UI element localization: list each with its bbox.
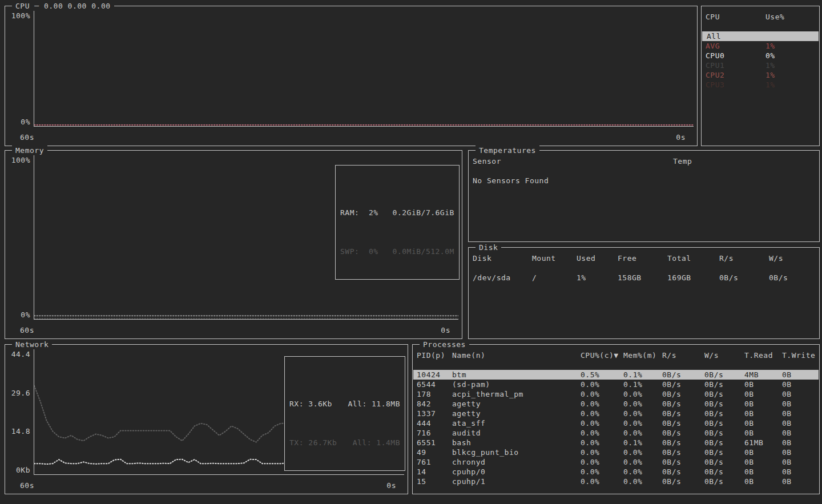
process-cpu-percent: 0.0% (581, 457, 623, 467)
processes-header-pid[interactable]: PID(p) (417, 350, 452, 360)
process-write-rate: 0B/s (704, 477, 744, 486)
disk-header-disk: Disk (473, 253, 532, 263)
process-row[interactable]: 842 agetty 0.0% 0.0% 0B/s 0B/s 0B 0B (413, 399, 819, 409)
process-name: bash (452, 438, 581, 447)
process-cpu-percent: 0.5% (581, 370, 623, 380)
cpu-legend-row[interactable]: CPU3 1% (702, 80, 819, 90)
process-total-write: 0B (782, 389, 819, 399)
disk-panel: Disk Disk Mount Used Free Total R/s W/s … (468, 247, 820, 339)
processes-panel-title: Processes (420, 340, 469, 349)
disk-header-mount: Mount (532, 253, 577, 263)
process-total-write: 0B (782, 428, 819, 438)
process-total-read: 0B (744, 389, 782, 399)
process-total-read: 0B (744, 380, 782, 389)
process-name: chronyd (452, 457, 581, 467)
network-panel: Network RX: 3.6Kb All: 11.8MB TX: 26.7Kb… (5, 344, 408, 494)
process-row[interactable]: 15 cpuhp/1 0.0% 0.0% 0B/s 0B/s 0B 0B (413, 477, 819, 486)
process-row[interactable]: 6551 bash 0.0% 0.1% 0B/s 0B/s 61MB 0B (413, 438, 819, 447)
cpu-legend-row[interactable]: CPU1 1% (702, 61, 819, 70)
disk-header-used: Used (577, 253, 618, 263)
process-write-rate: 0B/s (704, 447, 744, 457)
processes-header-ws[interactable]: W/s (704, 350, 744, 360)
network-x-left: 60s (20, 481, 34, 490)
cpu-legend-header-name: CPU (706, 12, 765, 22)
process-read-rate: 0B/s (662, 399, 704, 409)
cpu-legend-row[interactable]: All (702, 31, 819, 41)
cpu-legend-panel: CPU Use% All AVG 1% CPU0 (701, 6, 820, 146)
processes-header-mem[interactable]: Mem%(m) (623, 350, 662, 360)
process-mem-percent: 0.0% (623, 399, 662, 409)
process-cpu-percent: 0.0% (581, 409, 623, 418)
memory-legend-text: SWP: 0% 0.0MiB/512.0MiB (340, 247, 454, 256)
temperatures-empty-message: No Sensors Found (469, 176, 819, 186)
cpu-load-average: 0.00 0.00 0.00 (44, 2, 111, 10)
memory-x-axis-labels: 60s 0s (9, 320, 458, 335)
memory-x-right: 0s (441, 325, 450, 335)
processes-header-cpu-sort[interactable]: CPU%(c)▼ (581, 350, 623, 360)
process-pid: 178 (417, 389, 452, 399)
processes-header-twrite[interactable]: T.Write (782, 350, 819, 360)
network-legend-row: TX: 26.7Kb All: 1.4MB (289, 438, 400, 447)
memory-y-axis-labels: 100% 0% (9, 154, 34, 320)
temperatures-header: Sensor Temp (469, 156, 819, 166)
cpu-legend-row[interactable]: CPU2 1% (702, 70, 819, 80)
process-row[interactable]: 10424 btm 0.5% 0.1% 0B/s 0B/s 4MB 0B (413, 370, 819, 380)
process-mem-percent: 0.0% (623, 477, 662, 486)
process-write-rate: 0B/s (704, 409, 744, 418)
process-cpu-percent: 0.0% (581, 380, 623, 389)
process-cpu-percent: 0.0% (581, 389, 623, 399)
process-row[interactable]: 178 acpi_thermal_pm 0.0% 0.0% 0B/s 0B/s … (413, 389, 819, 399)
process-total-write: 0B (782, 380, 819, 389)
disk-device: /dev/sda (473, 273, 532, 283)
process-mem-percent: 0.0% (623, 447, 662, 457)
process-row[interactable]: 444 ata_sff 0.0% 0.0% 0B/s 0B/s 0B 0B (413, 418, 819, 428)
process-total-read: 61MB (744, 438, 782, 447)
process-write-rate: 0B/s (704, 438, 744, 447)
cpu-legend-row[interactable]: CPU0 0% (702, 51, 819, 61)
cpu-panel: CPU ─ 0.00 0.00 0.00 100% 0% 60s 0s (5, 6, 698, 146)
process-row[interactable]: 716 auditd 0.0% 0.0% 0B/s 0B/s 0B 0B (413, 428, 819, 438)
process-total-read: 0B (744, 399, 782, 409)
process-row[interactable]: 761 chronyd 0.0% 0.0% 0B/s 0B/s 0B 0B (413, 457, 819, 467)
process-row[interactable]: 49 blkcg_punt_bio 0.0% 0.0% 0B/s 0B/s 0B… (413, 447, 819, 457)
cpu-title-label: CPU (15, 2, 30, 10)
process-read-rate: 0B/s (662, 457, 704, 467)
cpu-legend-row[interactable]: AVG 1% (702, 41, 819, 51)
cpu-core-label: CPU3 (706, 80, 724, 89)
cpu-core-usage: 1% (765, 80, 819, 90)
cpu-x-left: 60s (20, 132, 34, 142)
process-total-write: 0B (782, 457, 819, 467)
process-total-write: 0B (782, 447, 819, 457)
process-total-write: 0B (782, 409, 819, 418)
disk-header-free: Free (618, 253, 667, 263)
process-pid: 6551 (417, 438, 452, 447)
disk-free: 158GB (618, 273, 667, 283)
process-row[interactable]: 1337 agetty 0.0% 0.0% 0B/s 0B/s 0B 0B (413, 409, 819, 418)
process-row[interactable]: 6544 (sd-pam) 0.0% 0.1% 0B/s 0B/s 0B 0B (413, 380, 819, 389)
process-cpu-percent: 0.0% (581, 418, 623, 428)
cpu-panel-title: CPU ─ 0.00 0.00 0.00 (12, 1, 114, 11)
process-mem-percent: 0.1% (623, 438, 662, 447)
process-pid: 761 (417, 457, 452, 467)
cpu-core-label: CPU0 (706, 51, 724, 60)
process-mem-percent: 0.0% (623, 428, 662, 438)
process-name: ata_sff (452, 418, 581, 428)
process-read-rate: 0B/s (662, 467, 704, 477)
cpu-x-axis-labels: 60s 0s (9, 127, 694, 142)
disk-panel-title: Disk (476, 243, 501, 252)
disk-header-rs: R/s (719, 253, 769, 263)
process-cpu-percent: 0.0% (581, 467, 623, 477)
process-name: blkcg_punt_bio (452, 447, 581, 457)
cpu-y-min: 0% (21, 117, 30, 127)
process-row[interactable]: 14 cpuhp/0 0.0% 0.0% 0B/s 0B/s 0B 0B (413, 467, 819, 477)
process-pid: 842 (417, 399, 452, 409)
process-total-write: 0B (782, 477, 819, 486)
processes-header-name[interactable]: Name(n) (452, 350, 581, 360)
processes-header-rs[interactable]: R/s (662, 350, 704, 360)
process-total-read: 0B (744, 477, 782, 486)
process-pid: 1337 (417, 409, 452, 418)
processes-header-tread[interactable]: T.Read (744, 350, 782, 360)
memory-panel: Memory RAM: 2% 0.2GiB/7.6GiB SWP: 0% 0.0… (5, 150, 462, 339)
process-name: acpi_thermal_pm (452, 389, 581, 399)
process-write-rate: 0B/s (704, 389, 744, 399)
